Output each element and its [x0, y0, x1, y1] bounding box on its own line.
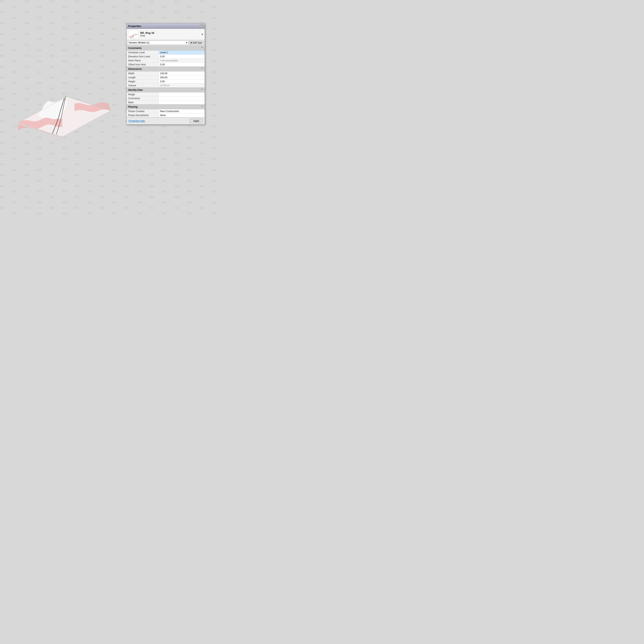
prop-value: [159, 92, 205, 96]
table-row: Schedule LevelLevel 1: [127, 51, 205, 55]
element-info: RD_Rug 10 Pink: [140, 31, 154, 37]
section-label-phasing: Phasing: [128, 105, 138, 108]
table-row: Length200.00: [127, 75, 205, 79]
table-row: Width130.00: [127, 71, 205, 75]
table-row: Comments: [127, 96, 205, 100]
prop-value[interactable]: Level 1: [159, 51, 205, 54]
section-header-constraints[interactable]: Constraints⌃: [127, 46, 205, 51]
prop-label: Elevation from Level: [127, 55, 159, 58]
prop-label: Image: [127, 92, 159, 96]
header-dropdown-arrow[interactable]: ▾: [201, 32, 203, 36]
prop-label: Offset from Host: [127, 63, 159, 66]
table-row: Work Plane<not associated>: [127, 59, 205, 63]
edit-type-label: Edit Type: [193, 41, 202, 44]
prop-value[interactable]: New Construction: [159, 109, 205, 113]
edit-type-icon: ⊞: [190, 41, 192, 44]
edit-type-button[interactable]: ⊞ Edit Type: [189, 41, 203, 45]
table-row: Image: [127, 92, 205, 96]
type-dropdown-arrow: ▾: [186, 41, 187, 44]
section-label-identity_data: Identity Data: [128, 89, 143, 91]
panel-footer: Properties help Apply: [127, 117, 205, 124]
prop-label: Height: [127, 79, 159, 83]
prop-value[interactable]: <not associated>: [159, 59, 205, 62]
type-dropdown[interactable]: Generic Models (1) ▾: [128, 41, 188, 45]
table-row: Mark: [127, 100, 205, 104]
prop-value[interactable]: 0.078 m3: [159, 84, 205, 87]
properties-help-link[interactable]: Properties help: [129, 120, 145, 122]
prop-value: [159, 96, 205, 100]
apply-button[interactable]: Apply: [190, 119, 203, 123]
close-button[interactable]: ×: [200, 24, 203, 28]
prop-label: Work Plane: [127, 59, 159, 62]
table-row: Phase DemolishedNone: [127, 113, 205, 117]
panel-titlebar: Properties ×: [127, 23, 205, 29]
prop-label: Phase Demolished: [127, 113, 159, 117]
panel-header: RD_Rug 10 Pink ▾: [127, 29, 205, 40]
sections-container: Constraints⌃Schedule LevelLevel 1Elevati…: [127, 46, 205, 117]
element-name: RD_Rug 10: [140, 31, 154, 34]
element-subname: Pink: [140, 34, 154, 37]
table-row: Volume0.078 m3: [127, 84, 205, 88]
section-header-identity_data[interactable]: Identity Data⌃: [127, 88, 205, 92]
section-label-constraints: Constraints: [128, 47, 142, 50]
prop-label: Comments: [127, 96, 159, 100]
table-row: Offset from Host0.00: [127, 63, 205, 67]
rug-illustration: [6, 74, 119, 141]
section-collapse-identity_data: ⌃: [201, 88, 203, 92]
prop-label: Phase Created: [127, 109, 159, 113]
prop-value[interactable]: 3.00: [159, 79, 205, 83]
type-dropdown-value: Generic Models (1): [129, 41, 149, 44]
prop-value[interactable]: 0.00: [159, 63, 205, 66]
prop-value[interactable]: 130.00: [159, 71, 205, 75]
prop-value[interactable]: 0.00: [159, 55, 205, 58]
section-header-phasing[interactable]: Phasing⌃: [127, 104, 205, 109]
properties-panel: Properties × RD_Rug 10 Pink ▾ Generic Mo…: [126, 23, 205, 125]
section-collapse-constraints: ⌃: [201, 46, 203, 50]
section-collapse-phasing: ⌃: [201, 105, 203, 108]
prop-label: Volume: [127, 84, 159, 87]
element-thumbnail: [128, 30, 139, 38]
table-row: Height3.00: [127, 79, 205, 84]
prop-label: Mark: [127, 100, 159, 104]
prop-value: [159, 100, 205, 104]
table-row: Phase CreatedNew Construction: [127, 109, 205, 113]
prop-label: Schedule Level: [127, 51, 159, 54]
prop-value[interactable]: 200.00: [159, 75, 205, 79]
section-label-dimensions: Dimensions: [128, 68, 142, 70]
panel-title: Properties: [128, 25, 141, 28]
table-row: Elevation from Level0.00: [127, 55, 205, 59]
prop-label: Length: [127, 75, 159, 79]
section-collapse-dimensions: ⌃: [201, 67, 203, 71]
prop-value[interactable]: None: [159, 113, 205, 117]
prop-label: Width: [127, 71, 159, 75]
section-header-dimensions[interactable]: Dimensions⌃: [127, 67, 205, 71]
type-selector-row: Generic Models (1) ▾ ⊞ Edit Type: [127, 40, 205, 46]
